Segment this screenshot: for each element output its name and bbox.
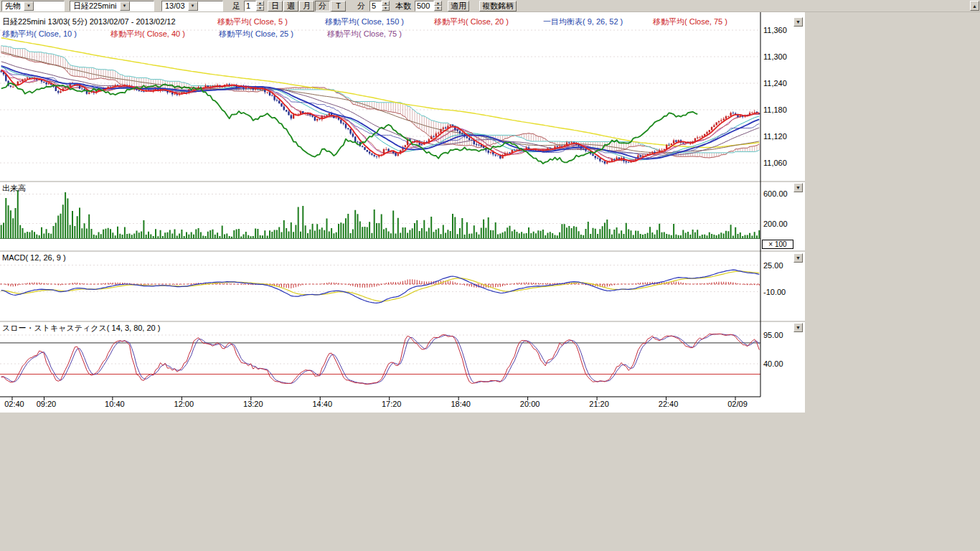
volume-axis-label: 200.00 [763, 220, 799, 228]
period-button-group: 日週月分T [268, 1, 346, 11]
price-axis-label: 11,120 [763, 132, 799, 141]
period-button-week[interactable]: 週 [283, 1, 298, 11]
chart-header-item: 移動平均( Close, 10 ) [2, 29, 77, 39]
time-axis-label: 20:00 [516, 400, 545, 408]
apply-button[interactable]: 適用 [448, 1, 469, 11]
chevron-down-icon[interactable]: ▼ [120, 1, 130, 11]
symbol-select[interactable]: 日経225mini ▼ [70, 1, 154, 11]
contract-month-select[interactable]: 13/03 ▼ [161, 1, 223, 11]
spinner-down-icon[interactable]: ▼ [256, 6, 264, 11]
time-axis-label: 17:20 [377, 400, 406, 408]
price-axis-label: 11,240 [763, 79, 799, 88]
period-button-day[interactable]: 日 [268, 1, 283, 11]
spinner: ▲ ▼ [256, 1, 264, 11]
chart-plot[interactable] [0, 12, 805, 413]
volume-unit-label: × 100 [762, 240, 793, 249]
chart-header-item: 移動平均( Close, 40 ) [110, 29, 185, 39]
toolbar: 先物 ▼ 日経225mini ▼ 13/03 ▼ 足 ▲ ▼ 日週月分T 分 ▲… [0, 0, 980, 12]
time-axis-label: 12:00 [169, 400, 198, 408]
time-axis-label: 13:20 [239, 400, 268, 408]
chart-header-item: 一目均衡表( 9, 26, 52 ) [543, 17, 623, 27]
symbol-select-value: 日経225mini [70, 1, 120, 11]
chart-header-item: 移動平均( Close, 20 ) [434, 17, 509, 27]
chevron-down-icon[interactable]: ▼ [188, 1, 198, 11]
chart-header-item: 移動平均( Close, 5 ) [217, 17, 288, 27]
stoch-axis-label: 95.00 [763, 331, 799, 339]
price-axis-label: 11,300 [763, 52, 799, 61]
period-button-minute[interactable]: 分 [315, 1, 330, 11]
spinner: ▲ ▼ [434, 1, 442, 11]
spinner-up-icon[interactable]: ▲ [434, 1, 442, 6]
chart-header-item: 日経225mini 13/03( 5分) 2013/02/07 - 2013/0… [2, 17, 176, 27]
price-axis-label: 11,360 [763, 26, 799, 34]
time-axis-label: 21:20 [585, 400, 613, 408]
scroll-up-button[interactable]: ▲ [970, 1, 979, 11]
minute-spinner: ▲ ▼ [369, 1, 390, 11]
price-axis-label: 11,060 [763, 159, 799, 167]
chart-header-item: 移動平均( Close, 150 ) [325, 17, 404, 27]
chevron-down-icon: ▼ [796, 325, 801, 330]
contract-month-select-value: 13/03 [162, 1, 188, 10]
spinner-up-icon[interactable]: ▲ [256, 1, 264, 6]
arrow-up-icon: ▲ [972, 4, 977, 9]
macd-axis-label: 25.00 [763, 261, 799, 270]
category-select[interactable]: 先物 ▼ [1, 1, 65, 11]
macd-axis-label: -10.00 [763, 288, 799, 296]
spinner-down-icon[interactable]: ▼ [434, 6, 442, 11]
minute-unit-label: 分 [357, 1, 365, 11]
bar-count-input[interactable] [415, 1, 434, 11]
macd-panel-label: MACD( 12, 26, 9 ) [2, 253, 66, 262]
period-button-month[interactable]: 月 [299, 1, 314, 11]
chart-header-item: 移動平均( Close, 75 ) [327, 29, 402, 39]
time-axis-label: 22:40 [654, 400, 683, 408]
multi-symbol-button[interactable]: 複数銘柄 [479, 1, 517, 11]
spinner-up-icon[interactable]: ▲ [382, 1, 390, 6]
bar-type-label: 足 [232, 1, 240, 11]
chart-canvas: 出来高 MACD( 12, 26, 9 ) スロー・ストキャスティクス( 14,… [0, 12, 805, 413]
chevron-down-icon: ▼ [796, 19, 801, 24]
spinner-down-icon[interactable]: ▼ [382, 6, 390, 11]
chart-header-item: 移動平均( Close, 75 ) [653, 17, 727, 27]
chevron-down-icon[interactable]: ▼ [24, 1, 34, 11]
bar-interval-input[interactable] [244, 1, 256, 11]
time-axis-label: 02:40 [0, 400, 29, 408]
bar-count-label: 本数 [395, 1, 411, 11]
time-axis-label: 18:40 [446, 400, 475, 408]
period-button-tick[interactable]: T [331, 1, 346, 11]
bar-count-spinner: ▲ ▼ [415, 1, 442, 11]
spinner: ▲ ▼ [382, 1, 390, 11]
time-axis-label: 14:40 [308, 400, 336, 408]
price-axis-label: 11,180 [763, 105, 799, 114]
chevron-down-icon: ▼ [796, 255, 801, 260]
time-axis-label: 10:40 [100, 400, 129, 408]
chart-header-item: 移動平均( Close, 25 ) [219, 29, 293, 39]
volume-panel-label: 出来高 [2, 183, 26, 194]
bar-interval-spinner: ▲ ▼ [244, 1, 264, 11]
time-axis-label: 09:20 [32, 400, 60, 408]
volume-axis-label: 600.00 [763, 189, 799, 198]
time-axis-label: 02/09 [723, 400, 752, 408]
category-select-value: 先物 [2, 1, 24, 11]
stoch-panel-label: スロー・ストキャスティクス( 14, 3, 80, 20 ) [2, 323, 160, 334]
minute-value-input[interactable] [369, 1, 382, 11]
stoch-axis-label: 40.00 [763, 359, 799, 368]
